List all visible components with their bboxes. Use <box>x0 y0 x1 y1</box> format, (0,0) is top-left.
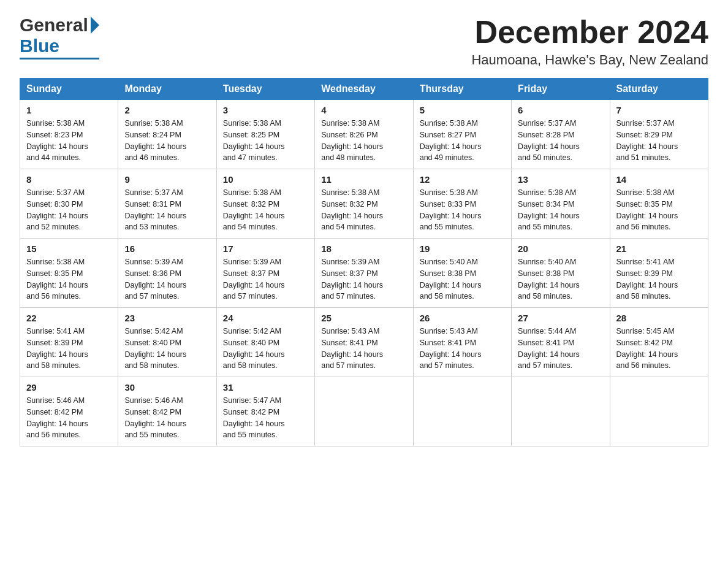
day-number: 3 <box>223 105 308 115</box>
day-number: 25 <box>321 313 406 323</box>
day-info: Sunrise: 5:37 AMSunset: 8:29 PMDaylight:… <box>616 119 678 162</box>
table-row: 5 Sunrise: 5:38 AMSunset: 8:27 PMDayligh… <box>413 100 511 169</box>
day-number: 30 <box>124 382 210 393</box>
day-info: Sunrise: 5:37 AMSunset: 8:30 PMDaylight:… <box>26 188 88 231</box>
day-info: Sunrise: 5:38 AMSunset: 8:32 PMDaylight:… <box>223 188 285 231</box>
logo-arrow-icon <box>91 17 99 34</box>
table-row: 14 Sunrise: 5:38 AMSunset: 8:35 PMDaylig… <box>610 169 708 239</box>
day-number: 27 <box>518 313 603 323</box>
table-row: 29 Sunrise: 5:46 AMSunset: 8:42 PMDaylig… <box>20 377 118 446</box>
header-sunday: Sunday <box>20 79 118 100</box>
table-row: 15 Sunrise: 5:38 AMSunset: 8:35 PMDaylig… <box>20 239 118 308</box>
day-number: 11 <box>321 174 406 185</box>
table-row: 9 Sunrise: 5:37 AMSunset: 8:31 PMDayligh… <box>118 169 216 239</box>
day-info: Sunrise: 5:38 AMSunset: 8:34 PMDaylight:… <box>518 188 580 231</box>
day-info: Sunrise: 5:45 AMSunset: 8:42 PMDaylight:… <box>616 327 678 370</box>
logo-underline <box>20 58 99 59</box>
table-row: 11 Sunrise: 5:38 AMSunset: 8:32 PMDaylig… <box>315 169 413 239</box>
day-info: Sunrise: 5:38 AMSunset: 8:23 PMDaylight:… <box>26 119 88 162</box>
day-number: 18 <box>321 243 406 254</box>
day-number: 28 <box>616 313 702 323</box>
day-info: Sunrise: 5:41 AMSunset: 8:39 PMDaylight:… <box>26 327 88 370</box>
day-info: Sunrise: 5:38 AMSunset: 8:35 PMDaylight:… <box>26 258 88 301</box>
day-number: 26 <box>420 313 505 323</box>
day-info: Sunrise: 5:39 AMSunset: 8:36 PMDaylight:… <box>124 258 186 301</box>
day-info: Sunrise: 5:40 AMSunset: 8:38 PMDaylight:… <box>518 258 580 301</box>
header-monday: Monday <box>118 79 216 100</box>
day-info: Sunrise: 5:39 AMSunset: 8:37 PMDaylight:… <box>223 258 285 301</box>
day-number: 14 <box>616 174 702 185</box>
day-number: 23 <box>124 313 210 323</box>
table-row: 28 Sunrise: 5:45 AMSunset: 8:42 PMDaylig… <box>610 308 708 377</box>
table-row: 24 Sunrise: 5:42 AMSunset: 8:40 PMDaylig… <box>216 308 314 377</box>
day-number: 29 <box>26 382 112 393</box>
table-row: 22 Sunrise: 5:41 AMSunset: 8:39 PMDaylig… <box>20 308 118 377</box>
day-number: 20 <box>518 243 603 254</box>
day-number: 6 <box>518 105 603 115</box>
day-info: Sunrise: 5:39 AMSunset: 8:37 PMDaylight:… <box>321 258 383 301</box>
day-number: 13 <box>518 174 603 185</box>
table-row: 1 Sunrise: 5:38 AMSunset: 8:23 PMDayligh… <box>20 100 118 169</box>
day-info: Sunrise: 5:43 AMSunset: 8:41 PMDaylight:… <box>321 327 383 370</box>
day-info: Sunrise: 5:38 AMSunset: 8:35 PMDaylight:… <box>616 188 678 231</box>
table-row <box>610 377 708 446</box>
table-row: 6 Sunrise: 5:37 AMSunset: 8:28 PMDayligh… <box>512 100 610 169</box>
header-friday: Friday <box>512 79 610 100</box>
day-number: 16 <box>124 243 210 254</box>
day-info: Sunrise: 5:38 AMSunset: 8:33 PMDaylight:… <box>420 188 482 231</box>
table-row: 27 Sunrise: 5:44 AMSunset: 8:41 PMDaylig… <box>512 308 610 377</box>
day-info: Sunrise: 5:38 AMSunset: 8:25 PMDaylight:… <box>223 119 285 162</box>
table-row: 25 Sunrise: 5:43 AMSunset: 8:41 PMDaylig… <box>315 308 413 377</box>
table-row: 12 Sunrise: 5:38 AMSunset: 8:33 PMDaylig… <box>413 169 511 239</box>
logo-general: General <box>20 15 88 36</box>
calendar-week-2: 8 Sunrise: 5:37 AMSunset: 8:30 PMDayligh… <box>20 169 708 239</box>
day-info: Sunrise: 5:41 AMSunset: 8:39 PMDaylight:… <box>616 258 678 301</box>
calendar-table: Sunday Monday Tuesday Wednesday Thursday… <box>20 78 708 446</box>
day-number: 5 <box>420 105 505 115</box>
calendar-header-row: Sunday Monday Tuesday Wednesday Thursday… <box>20 79 708 100</box>
day-info: Sunrise: 5:38 AMSunset: 8:32 PMDaylight:… <box>321 188 383 231</box>
table-row: 23 Sunrise: 5:42 AMSunset: 8:40 PMDaylig… <box>118 308 216 377</box>
table-row: 2 Sunrise: 5:38 AMSunset: 8:24 PMDayligh… <box>118 100 216 169</box>
day-info: Sunrise: 5:46 AMSunset: 8:42 PMDaylight:… <box>124 396 186 439</box>
header-tuesday: Tuesday <box>216 79 314 100</box>
calendar-week-1: 1 Sunrise: 5:38 AMSunset: 8:23 PMDayligh… <box>20 100 708 169</box>
table-row: 10 Sunrise: 5:38 AMSunset: 8:32 PMDaylig… <box>216 169 314 239</box>
table-row <box>413 377 511 446</box>
day-info: Sunrise: 5:42 AMSunset: 8:40 PMDaylight:… <box>124 327 186 370</box>
table-row: 4 Sunrise: 5:38 AMSunset: 8:26 PMDayligh… <box>315 100 413 169</box>
calendar-week-3: 15 Sunrise: 5:38 AMSunset: 8:35 PMDaylig… <box>20 239 708 308</box>
day-number: 4 <box>321 105 406 115</box>
logo: General Blue <box>20 15 99 59</box>
day-info: Sunrise: 5:42 AMSunset: 8:40 PMDaylight:… <box>223 327 285 370</box>
logo-blue: Blue <box>20 36 59 56</box>
day-number: 21 <box>616 243 702 254</box>
day-info: Sunrise: 5:38 AMSunset: 8:27 PMDaylight:… <box>420 119 482 162</box>
table-row: 19 Sunrise: 5:40 AMSunset: 8:38 PMDaylig… <box>413 239 511 308</box>
calendar-week-4: 22 Sunrise: 5:41 AMSunset: 8:39 PMDaylig… <box>20 308 708 377</box>
day-number: 1 <box>26 105 112 115</box>
day-number: 24 <box>223 313 308 323</box>
month-title: December 2024 <box>471 15 708 50</box>
day-number: 9 <box>124 174 210 185</box>
table-row: 26 Sunrise: 5:43 AMSunset: 8:41 PMDaylig… <box>413 308 511 377</box>
header-wednesday: Wednesday <box>315 79 413 100</box>
table-row: 21 Sunrise: 5:41 AMSunset: 8:39 PMDaylig… <box>610 239 708 308</box>
table-row: 13 Sunrise: 5:38 AMSunset: 8:34 PMDaylig… <box>512 169 610 239</box>
calendar-week-5: 29 Sunrise: 5:46 AMSunset: 8:42 PMDaylig… <box>20 377 708 446</box>
day-info: Sunrise: 5:47 AMSunset: 8:42 PMDaylight:… <box>223 396 285 439</box>
day-info: Sunrise: 5:46 AMSunset: 8:42 PMDaylight:… <box>26 396 88 439</box>
day-number: 15 <box>26 243 112 254</box>
day-number: 10 <box>223 174 308 185</box>
day-number: 12 <box>420 174 505 185</box>
table-row <box>315 377 413 446</box>
table-row: 3 Sunrise: 5:38 AMSunset: 8:25 PMDayligh… <box>216 100 314 169</box>
day-number: 19 <box>420 243 505 254</box>
day-info: Sunrise: 5:38 AMSunset: 8:24 PMDaylight:… <box>124 119 186 162</box>
day-number: 7 <box>616 105 702 115</box>
table-row <box>512 377 610 446</box>
header-saturday: Saturday <box>610 79 708 100</box>
title-section: December 2024 Haumoana, Hawke's Bay, New… <box>471 15 708 68</box>
table-row: 7 Sunrise: 5:37 AMSunset: 8:29 PMDayligh… <box>610 100 708 169</box>
day-info: Sunrise: 5:40 AMSunset: 8:38 PMDaylight:… <box>420 258 482 301</box>
